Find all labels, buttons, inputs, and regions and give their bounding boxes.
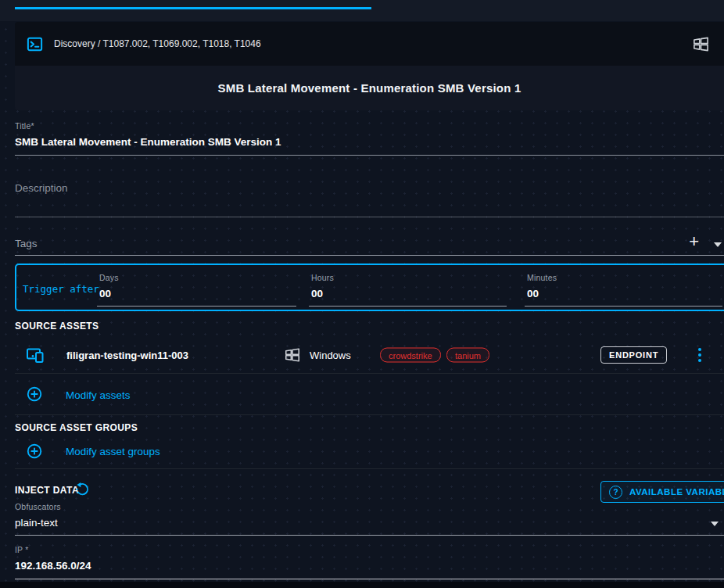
asset-tag-chip: tanium xyxy=(446,348,489,363)
title-field-label: Title* xyxy=(15,121,724,131)
available-variables-button[interactable]: ? AVAILABLE VARIABLES xyxy=(600,481,724,503)
tags-field-label: Tags xyxy=(15,238,38,249)
inject-header-bottom: SMB Lateral Movement - Enumeration SMB V… xyxy=(15,66,724,110)
tab-bar xyxy=(0,0,724,21)
title-field-value[interactable]: SMB Lateral Movement - Enumeration SMB V… xyxy=(15,136,724,148)
trigger-after-group: Trigger after Days 00 Hours 00 Minutes 0… xyxy=(15,264,724,311)
trigger-days-field[interactable]: Days 00 xyxy=(97,265,296,310)
trigger-hours-value[interactable]: 00 xyxy=(311,288,323,299)
rotate-left-icon[interactable] xyxy=(74,481,91,497)
source-assets-heading: SOURCE ASSETS xyxy=(15,321,99,332)
attack-patterns-text: Discovery / T1087.002, T1069.002, T1018,… xyxy=(54,38,692,49)
asset-name: filigran-testing-win11-003 xyxy=(66,350,188,361)
devices-icon xyxy=(26,346,45,364)
bottom-edge xyxy=(0,582,724,588)
modify-asset-groups-link[interactable]: Modify asset groups xyxy=(66,446,160,457)
obfuscators-underline xyxy=(15,535,724,536)
inject-header-card: Discovery / T1087.002, T1069.002, T1018,… xyxy=(15,22,724,110)
inject-edit-screen: Discovery / T1087.002, T1069.002, T1018,… xyxy=(0,0,724,588)
available-variables-label: AVAILABLE VARIABLES xyxy=(629,487,724,497)
trigger-minutes-underline xyxy=(525,306,722,307)
add-circle-icon[interactable] xyxy=(26,443,43,460)
asset-row[interactable]: filigran-testing-win11-003 Windows crowd… xyxy=(15,337,724,374)
windows-icon xyxy=(284,346,301,364)
inject-title: SMB Lateral Movement - Enumeration SMB V… xyxy=(217,81,521,95)
modify-asset-groups-row: Modify asset groups xyxy=(15,436,724,469)
source-asset-groups-heading: SOURCE ASSET GROUPS xyxy=(15,422,138,433)
description-field-underline xyxy=(15,217,724,217)
terminal-icon xyxy=(26,35,44,53)
trigger-minutes-label: Minutes xyxy=(527,273,557,282)
tags-caret-down-icon[interactable] xyxy=(714,242,722,247)
trigger-days-underline xyxy=(97,306,296,307)
modify-assets-link[interactable]: Modify assets xyxy=(66,389,131,401)
trigger-hours-underline xyxy=(309,306,507,307)
tags-field[interactable]: Tags + xyxy=(15,232,724,256)
obfuscators-label: Obfuscators xyxy=(15,502,724,511)
asset-tag-chip: crowdstrike xyxy=(380,348,441,363)
add-circle-icon[interactable] xyxy=(26,385,43,403)
ip-field-label: IP * xyxy=(15,545,724,554)
trigger-after-label: Trigger after xyxy=(23,283,99,295)
help-circle-icon: ? xyxy=(609,486,622,499)
tags-field-underline xyxy=(15,255,724,256)
trigger-minutes-field[interactable]: Minutes 00 xyxy=(525,265,722,310)
trigger-hours-label: Hours xyxy=(311,273,334,282)
inject-data-heading: INJECT DATA xyxy=(15,485,79,496)
description-field-label: Description xyxy=(15,182,724,194)
asset-more-vert-icon[interactable] xyxy=(695,345,704,365)
obfuscators-value[interactable]: plain-text xyxy=(15,517,724,529)
title-field-underline xyxy=(15,155,724,156)
windows-icon xyxy=(692,35,710,53)
ip-field[interactable]: IP * 192.168.56.0/24 xyxy=(15,545,724,579)
asset-platform-label: Windows xyxy=(310,350,351,361)
modify-assets-row: Modify assets xyxy=(15,373,724,415)
trigger-minutes-value[interactable]: 00 xyxy=(527,288,539,299)
obfuscators-caret-down-icon[interactable] xyxy=(711,522,719,526)
asset-type-badge: ENDPOINT xyxy=(600,346,667,364)
ip-field-value[interactable]: 192.168.56.0/24 xyxy=(15,560,724,572)
inject-header-top: Discovery / T1087.002, T1069.002, T1018,… xyxy=(15,22,724,66)
title-field[interactable]: Title* SMB Lateral Movement - Enumeratio… xyxy=(15,121,724,156)
obfuscators-select[interactable]: Obfuscators plain-text xyxy=(15,502,724,536)
trigger-days-value[interactable]: 00 xyxy=(99,288,111,299)
ip-field-underline xyxy=(15,579,724,579)
add-tag-icon[interactable]: + xyxy=(689,233,699,250)
description-field[interactable]: Description xyxy=(15,182,724,217)
trigger-days-label: Days xyxy=(99,273,119,282)
active-tab-indicator xyxy=(15,7,371,9)
trigger-hours-field[interactable]: Hours 00 xyxy=(309,265,507,310)
